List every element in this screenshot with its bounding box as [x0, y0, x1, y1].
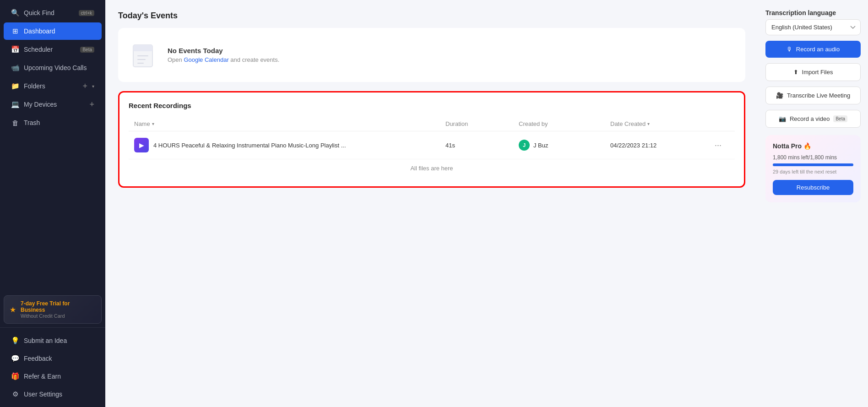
record-video-button[interactable]: 📷 Record a video Beta: [765, 110, 861, 128]
col-actions: [711, 120, 729, 127]
sidebar-upcoming-label: Upcoming Video Calls: [24, 64, 94, 71]
transcribe-live-icon: 🎥: [776, 92, 783, 99]
recording-name-text: 4 HOURS Peaceful & Relaxing Instrumental…: [153, 142, 346, 149]
table-header: Name ▾ Duration Created by Date Created …: [129, 117, 735, 131]
recording-thumbnail: ▶: [134, 138, 149, 152]
folders-icon: 📁: [11, 82, 19, 90]
user-settings-icon: ⚙: [11, 390, 19, 398]
table-row: ▶ 4 HOURS Peaceful & Relaxing Instrument…: [129, 131, 735, 159]
no-events-icon: [129, 39, 157, 71]
trial-title: 7-day Free Trial for Business: [21, 300, 96, 313]
no-events-title: No Events Today: [168, 47, 279, 54]
video-calls-icon: 📹: [11, 64, 19, 72]
today-events-title: Today's Events: [118, 11, 745, 21]
pro-days: 29 days left till the next reset: [773, 169, 853, 174]
record-video-badge: Beta: [833, 115, 847, 122]
submit-idea-icon: 💡: [11, 336, 19, 345]
google-calendar-link[interactable]: Google Calendar: [184, 56, 228, 63]
quick-find-button[interactable]: 🔍 Quick Find ctrl+k: [4, 4, 102, 22]
today-events-section: No Events Today Open Google Calendar and…: [118, 28, 745, 82]
sidebar-scheduler-label: Scheduler: [24, 46, 76, 53]
main-content: Today's Events No Events Today Open Goog…: [105, 0, 758, 407]
search-icon: 🔍: [11, 9, 19, 17]
sidebar-item-submit-idea[interactable]: 💡 Submit an Idea: [4, 332, 102, 349]
sidebar-item-upcoming-video-calls[interactable]: 📹 Upcoming Video Calls: [4, 59, 102, 76]
recording-name-cell: ▶ 4 HOURS Peaceful & Relaxing Instrument…: [134, 138, 445, 152]
col-date-created[interactable]: Date Created ▾: [610, 120, 711, 127]
trial-subtitle: Without Credit Card: [21, 313, 96, 319]
progress-bar-fill: [773, 163, 853, 166]
name-sort-icon: ▾: [152, 121, 154, 126]
record-audio-icon: 🎙: [787, 46, 792, 53]
col-created-by: Created by: [519, 120, 610, 127]
pro-mins: 1,800 mins left/1,800 mins: [773, 154, 853, 161]
progress-bar: [773, 163, 853, 166]
language-select[interactable]: English (United States) Spanish French G…: [765, 19, 861, 35]
dashboard-icon: ⊞: [11, 27, 19, 35]
quick-find-shortcut: ctrl+k: [79, 10, 94, 16]
recent-recordings-section: Recent Recordings Name ▾ Duration Create…: [118, 91, 745, 188]
trash-icon: 🗑: [11, 119, 19, 127]
sidebar-item-refer-earn[interactable]: 🎁 Refer & Earn: [4, 368, 102, 385]
sidebar: 🔍 Quick Find ctrl+k ⊞ Dashboard 📅 Schedu…: [0, 0, 105, 407]
recording-more-actions: ···: [711, 139, 729, 152]
feedback-icon: 💬: [11, 354, 19, 363]
avatar: J: [519, 140, 530, 151]
my-devices-icon: 💻: [11, 100, 19, 109]
right-panel: Transcription language English (United S…: [758, 0, 868, 407]
sidebar-submit-idea-label: Submit an Idea: [24, 337, 94, 344]
lang-label: Transcription language: [765, 9, 861, 16]
my-devices-add-button[interactable]: +: [89, 100, 94, 109]
more-options-button[interactable]: ···: [711, 139, 725, 152]
sidebar-user-settings-label: User Settings: [24, 391, 94, 398]
sidebar-item-feedback[interactable]: 💬 Feedback: [4, 350, 102, 367]
import-files-icon: ⬆: [793, 69, 798, 76]
folders-add-button[interactable]: +: [82, 82, 87, 90]
trial-star-icon: ★: [10, 305, 16, 314]
transcribe-live-meeting-button[interactable]: 🎥 Transcribe Live Meeting: [765, 87, 861, 104]
recent-recordings-title: Recent Recordings: [129, 102, 735, 109]
sidebar-item-dashboard[interactable]: ⊞ Dashboard: [4, 22, 102, 40]
sidebar-item-trash[interactable]: 🗑 Trash: [4, 114, 102, 131]
sidebar-item-my-devices[interactable]: 💻 My Devices +: [4, 96, 102, 113]
sidebar-feedback-label: Feedback: [24, 355, 94, 362]
sidebar-item-folders[interactable]: 📁 Folders + ▾: [4, 77, 102, 95]
sidebar-item-scheduler[interactable]: 📅 Scheduler Beta: [4, 41, 102, 58]
resubscribe-button[interactable]: Resubscribe: [773, 180, 853, 195]
recording-created-by: J J Buz: [519, 140, 610, 151]
date-sort-icon: ▾: [647, 121, 650, 126]
transcription-language-section: Transcription language English (United S…: [765, 9, 861, 35]
sidebar-item-user-settings[interactable]: ⚙ User Settings: [4, 385, 102, 403]
import-files-button[interactable]: ⬆ Import Files: [765, 63, 861, 81]
trial-banner[interactable]: ★ 7-day Free Trial for Business Without …: [4, 295, 102, 324]
refer-earn-icon: 🎁: [11, 372, 19, 380]
recording-duration: 41s: [445, 142, 519, 149]
sidebar-refer-earn-label: Refer & Earn: [24, 373, 94, 380]
folders-chevron-icon: ▾: [92, 84, 94, 89]
col-duration: Duration: [445, 120, 519, 127]
sidebar-trash-label: Trash: [24, 119, 94, 126]
quick-find-label: Quick Find: [24, 9, 74, 16]
sidebar-dashboard-label: Dashboard: [24, 27, 94, 35]
record-audio-button[interactable]: 🎙 Record an audio: [765, 41, 861, 58]
scheduler-icon: 📅: [11, 45, 19, 54]
col-name[interactable]: Name ▾: [134, 120, 445, 127]
sidebar-folders-label: Folders: [24, 82, 78, 90]
all-files-link[interactable]: All files are here: [129, 159, 735, 177]
no-events-text: No Events Today Open Google Calendar and…: [168, 47, 279, 63]
record-video-icon: 📷: [779, 115, 786, 122]
pro-title: Notta Pro 🔥: [773, 142, 853, 150]
pro-card: Notta Pro 🔥 1,800 mins left/1,800 mins 2…: [765, 135, 861, 202]
recording-date: 04/22/2023 21:12: [610, 142, 711, 149]
no-events-subtitle: Open Google Calendar and create events.: [168, 56, 279, 63]
sidebar-my-devices-label: My Devices: [24, 101, 85, 108]
scheduler-badge: Beta: [80, 47, 94, 53]
sidebar-bottom: 💡 Submit an Idea 💬 Feedback 🎁 Refer & Ea…: [0, 327, 105, 403]
svg-rect-1: [133, 45, 152, 51]
